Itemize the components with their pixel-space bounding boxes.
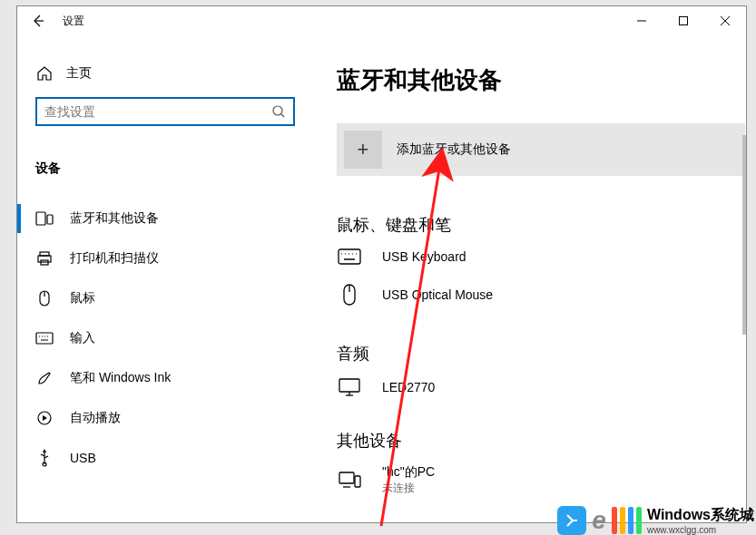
sidebar-item-label: 自动播放 xyxy=(70,410,121,426)
svg-rect-8 xyxy=(47,215,53,224)
sidebar-item-label: 打印机和扫描仪 xyxy=(70,250,159,267)
devices-icon xyxy=(35,209,54,228)
maximize-icon xyxy=(678,15,689,26)
plus-icon: + xyxy=(344,131,382,169)
printer-icon xyxy=(35,249,54,268)
svg-rect-14 xyxy=(36,333,53,344)
usb-icon xyxy=(35,449,54,467)
watermark-url: www.wxclgg.com xyxy=(647,525,754,535)
svg-rect-39 xyxy=(355,476,360,487)
svg-marker-21 xyxy=(43,415,47,421)
sidebar: 主页 设备 蓝牙和其他设备 xyxy=(17,35,308,522)
autoplay-icon xyxy=(35,409,54,427)
device-name: USB Optical Mouse xyxy=(382,287,493,302)
search-input[interactable] xyxy=(44,104,271,119)
keyboard-icon xyxy=(337,248,362,265)
mouse-icon xyxy=(35,289,54,307)
window-title: 设置 xyxy=(63,14,84,29)
main-content: 蓝牙和其他设备 + 添加蓝牙或其他设备 鼠标、键盘和笔 USB Keyboard… xyxy=(308,35,746,522)
home-label: 主页 xyxy=(66,65,92,82)
sidebar-item-mouse[interactable]: 鼠标 xyxy=(17,278,308,318)
sidebar-item-label: 鼠标 xyxy=(70,290,95,306)
watermark-text: Windows系统城 www.wxclgg.com xyxy=(647,506,754,535)
watermark-stripes-icon xyxy=(612,507,642,534)
device-info: "hc"的PC 未连接 xyxy=(382,464,435,496)
svg-rect-34 xyxy=(339,379,359,392)
add-device-button[interactable]: + 添加蓝牙或其他设备 xyxy=(337,123,745,176)
close-icon xyxy=(720,15,731,26)
watermark-glyph: e xyxy=(592,506,606,535)
device-name: LED2770 xyxy=(382,380,435,394)
search-box[interactable] xyxy=(35,97,295,126)
minimize-button[interactable] xyxy=(621,6,663,35)
svg-rect-9 xyxy=(40,252,49,256)
page-title: 蓝牙和其他设备 xyxy=(337,64,737,96)
section-title-audio: 音频 xyxy=(337,343,737,365)
settings-window: 设置 主页 xyxy=(16,5,747,523)
sidebar-item-label: USB xyxy=(70,451,96,465)
watermark: e Windows系统城 www.wxclgg.com xyxy=(557,506,754,535)
device-row[interactable]: LED2770 xyxy=(337,377,737,397)
svg-rect-2 xyxy=(680,17,688,25)
pen-icon xyxy=(35,369,54,387)
svg-point-5 xyxy=(273,106,282,115)
keyboard-icon xyxy=(35,329,54,347)
add-device-label: 添加蓝牙或其他设备 xyxy=(397,141,511,158)
svg-rect-7 xyxy=(36,212,45,225)
device-name: "hc"的PC xyxy=(382,464,435,481)
device-row[interactable]: USB Keyboard xyxy=(337,248,737,265)
monitor-icon xyxy=(337,377,362,397)
sidebar-nav: 蓝牙和其他设备 打印机和扫描仪 鼠标 xyxy=(17,186,308,478)
svg-line-6 xyxy=(281,114,284,117)
section-title-other: 其他设备 xyxy=(337,430,737,452)
device-row[interactable]: USB Optical Mouse xyxy=(337,283,737,306)
sidebar-item-label: 笔和 Windows Ink xyxy=(70,370,171,386)
maximize-button[interactable] xyxy=(663,6,704,35)
svg-marker-24 xyxy=(43,449,46,452)
mouse-icon xyxy=(337,283,362,306)
watermark-badge-icon xyxy=(557,506,586,535)
device-name: USB Keyboard xyxy=(382,249,466,264)
sidebar-item-autoplay[interactable]: 自动播放 xyxy=(17,398,308,438)
svg-rect-25 xyxy=(339,249,360,264)
svg-rect-10 xyxy=(38,256,51,262)
device-status: 未连接 xyxy=(382,481,435,496)
watermark-brand: Windows系统城 xyxy=(647,506,754,525)
sidebar-item-pen[interactable]: 笔和 Windows Ink xyxy=(17,358,308,398)
home-icon xyxy=(35,64,54,83)
sidebar-item-usb[interactable]: USB xyxy=(17,438,308,478)
titlebar: 设置 xyxy=(17,6,746,35)
close-button[interactable] xyxy=(704,6,746,35)
search-icon xyxy=(271,104,286,119)
sidebar-item-printers[interactable]: 打印机和扫描仪 xyxy=(17,238,308,278)
minimize-icon xyxy=(636,15,647,26)
window-controls xyxy=(621,6,746,35)
back-button[interactable] xyxy=(17,6,59,35)
body: 主页 设备 蓝牙和其他设备 xyxy=(17,35,746,522)
section-title-mouse-keyboard-pen: 鼠标、键盘和笔 xyxy=(337,214,737,236)
sidebar-group-header: 设备 xyxy=(17,135,308,186)
home-nav[interactable]: 主页 xyxy=(17,57,308,90)
svg-rect-37 xyxy=(339,472,354,483)
pc-icon xyxy=(337,471,362,491)
device-row[interactable]: "hc"的PC 未连接 xyxy=(337,464,737,496)
sidebar-item-bluetooth[interactable]: 蓝牙和其他设备 xyxy=(17,199,308,238)
sidebar-item-label: 蓝牙和其他设备 xyxy=(70,210,159,227)
scrollbar[interactable] xyxy=(742,135,746,335)
sidebar-item-label: 输入 xyxy=(70,330,95,346)
sidebar-item-typing[interactable]: 输入 xyxy=(17,318,308,358)
search-wrap xyxy=(17,90,308,135)
arrow-left-icon xyxy=(31,14,45,28)
